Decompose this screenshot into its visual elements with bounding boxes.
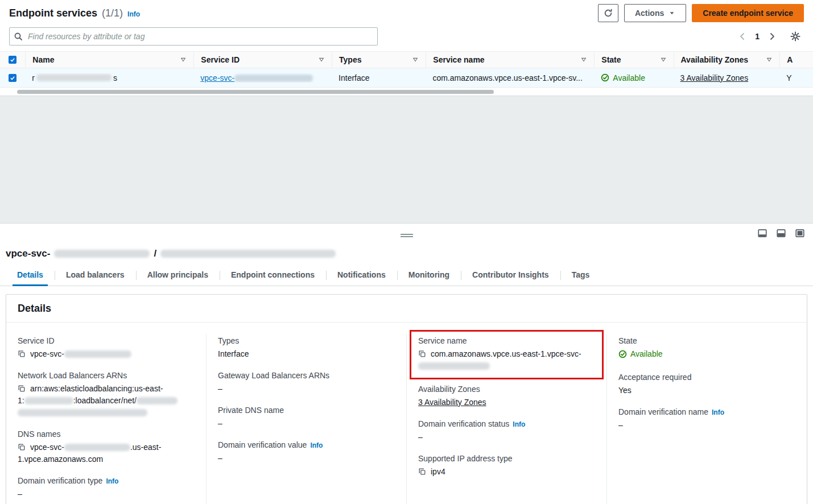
horizontal-scrollbar-track xyxy=(0,88,813,96)
field-label: Acceptance required xyxy=(618,373,795,382)
search-input[interactable] xyxy=(9,27,378,46)
filter-icon[interactable] xyxy=(766,56,773,63)
cell-service-id: vpce-svc- xyxy=(193,73,332,82)
field-value: arn:aws:elasticloadbalancing:us-east- 1:… xyxy=(18,383,195,419)
column-label: Name xyxy=(32,55,54,64)
service-id-link[interactable]: vpce-svc- xyxy=(200,73,313,82)
actions-button[interactable]: Actions xyxy=(624,4,686,22)
field-value: – xyxy=(218,383,395,395)
chevron-right-icon xyxy=(767,32,777,41)
value-text: 1: xyxy=(18,396,24,405)
field-label: Availability Zones xyxy=(418,385,595,394)
field-label: Domain verification typeInfo xyxy=(18,476,195,485)
column-header-availability-zones[interactable]: Availability Zones xyxy=(674,52,780,68)
column-header-name[interactable]: Name xyxy=(25,52,193,68)
create-endpoint-service-button[interactable]: Create endpoint service xyxy=(692,4,804,22)
availability-zones-link[interactable]: 3 Availability Zones xyxy=(418,398,486,407)
layout-full-button[interactable] xyxy=(795,228,805,238)
tab-load-balancers[interactable]: Load balancers xyxy=(55,265,136,286)
column-header-state[interactable]: State xyxy=(594,52,673,68)
refresh-button[interactable] xyxy=(598,4,618,22)
copy-icon[interactable] xyxy=(418,468,426,476)
tab-details[interactable]: Details xyxy=(6,265,55,286)
field-label: Private DNS name xyxy=(218,406,395,415)
details-column-4: State Available Acceptance required Yes xyxy=(606,334,807,504)
copy-icon[interactable] xyxy=(18,443,26,451)
check-circle-icon xyxy=(601,73,609,82)
field-availability-zones: Availability Zones 3 Availability Zones xyxy=(418,385,595,408)
copy-icon[interactable] xyxy=(18,350,26,358)
horizontal-scrollbar[interactable] xyxy=(17,90,494,94)
filter-icon[interactable] xyxy=(412,56,419,63)
tab-allow-principals[interactable]: Allow principals xyxy=(136,265,220,286)
copy-icon[interactable] xyxy=(18,385,26,393)
row-checkbox[interactable] xyxy=(9,74,16,82)
tab-monitoring[interactable]: Monitoring xyxy=(397,265,461,286)
details-card-header: Details xyxy=(6,295,807,323)
info-link[interactable]: Info xyxy=(712,408,724,416)
tab-endpoint-connections[interactable]: Endpoint connections xyxy=(220,265,326,286)
layout-split-icon xyxy=(776,228,786,238)
field-domain-verification-type: Domain verification typeInfo – xyxy=(18,476,195,500)
name-text: r xyxy=(32,73,35,82)
field-label: Domain verification statusInfo xyxy=(418,419,595,428)
details-column-1: Service ID vpce-svc- Network Load Balanc… xyxy=(6,334,206,504)
field-label: Network Load Balancers ARNs xyxy=(18,371,195,380)
service-id-text: vpce-svc- xyxy=(200,73,234,82)
cell-clipped: Y xyxy=(779,73,813,82)
panel-resize-handle[interactable] xyxy=(401,234,413,235)
value-text: vpce-svc- xyxy=(30,349,64,358)
info-link[interactable]: Info xyxy=(106,477,118,485)
column-header-clipped[interactable]: A xyxy=(779,52,813,68)
layout-bottom-icon xyxy=(757,228,767,238)
redacted-text xyxy=(18,409,147,416)
filter-icon[interactable] xyxy=(660,56,667,63)
redacted-text xyxy=(160,250,336,258)
field-state: State Available xyxy=(618,336,795,362)
tab-contributor-insights[interactable]: Contributor Insights xyxy=(461,265,560,286)
info-link[interactable]: Info xyxy=(513,420,525,428)
select-all-checkbox[interactable] xyxy=(9,56,16,64)
previous-page-button[interactable] xyxy=(737,31,748,42)
tab-tags[interactable]: Tags xyxy=(560,265,601,286)
redacted-text xyxy=(137,397,178,404)
caret-down-icon xyxy=(668,10,675,16)
next-page-button[interactable] xyxy=(766,31,778,42)
check-icon xyxy=(10,75,15,81)
detail-tabs: Details Load balancers Allow principals … xyxy=(0,263,813,286)
table-row[interactable]: rs vpce-svc- Interface com.amazonaws.vpc… xyxy=(0,68,813,88)
header-actions: Actions Create endpoint service xyxy=(598,4,804,22)
field-label: Service ID xyxy=(18,336,195,345)
value-text: :loadbalancer/net/ xyxy=(73,396,137,405)
filter-icon[interactable] xyxy=(318,56,325,63)
field-service-name-highlighted: Service name com.amazonaws.vpce.us-east-… xyxy=(410,330,604,379)
filter-icon[interactable] xyxy=(180,56,187,63)
page-title: Endpoint services xyxy=(9,7,97,19)
page-info-link[interactable]: Info xyxy=(127,10,140,18)
table-header-row: Name Service ID Types Service name State… xyxy=(0,51,813,68)
panel-title-text: vpce-svc- xyxy=(6,248,50,259)
column-label: Service ID xyxy=(201,55,240,64)
preferences-button[interactable] xyxy=(790,31,800,42)
column-header-service-name[interactable]: Service name xyxy=(426,52,594,68)
value-text: com.amazonaws.vpce.us-east-1.vpce-svc- xyxy=(431,349,581,358)
layout-bottom-button[interactable] xyxy=(757,228,767,238)
column-header-types[interactable]: Types xyxy=(332,52,426,68)
filter-icon[interactable] xyxy=(580,56,587,63)
field-value: Available xyxy=(618,348,795,362)
copy-icon[interactable] xyxy=(418,350,426,358)
value-text: arn:aws:elasticloadbalancing:us-east- xyxy=(30,384,163,393)
field-supported-ip-type: Supported IP address type ipv4 xyxy=(418,454,595,478)
redacted-text xyxy=(64,350,131,358)
field-types: Types Interface xyxy=(218,336,395,360)
current-page[interactable]: 1 xyxy=(749,32,765,41)
cell-service-name: com.amazonaws.vpce.us-east-1.vpce-sv... xyxy=(426,73,594,82)
field-domain-verification-status: Domain verification statusInfo – xyxy=(418,419,595,443)
split-bar xyxy=(0,223,813,245)
column-header-service-id[interactable]: Service ID xyxy=(193,52,332,68)
redacted-text xyxy=(64,444,130,451)
layout-split-button[interactable] xyxy=(776,228,786,238)
availability-zones-link[interactable]: 3 Availability Zones xyxy=(680,73,749,82)
info-link[interactable]: Info xyxy=(310,441,323,449)
tab-notifications[interactable]: Notifications xyxy=(326,265,397,286)
